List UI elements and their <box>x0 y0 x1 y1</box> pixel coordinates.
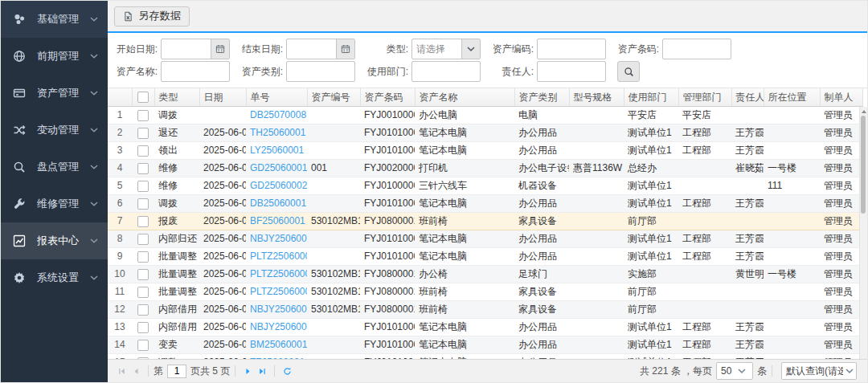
page-size-select[interactable]: 50 <box>716 362 753 380</box>
asset-name-input[interactable] <box>162 62 229 81</box>
row-checkbox[interactable] <box>137 269 149 280</box>
row-checkbox-cell <box>132 230 154 248</box>
column-header-12[interactable]: 所在位置 <box>764 88 820 107</box>
table-row[interactable]: 12内部借用2025-06-03NBJY25060002530102MB1...… <box>108 301 862 319</box>
column-header-7[interactable]: 资产类别 <box>514 88 569 107</box>
order-number-link[interactable]: PLTZ25060001 <box>250 268 307 279</box>
order-number-link[interactable]: BF25060001 <box>250 215 305 226</box>
table-row[interactable]: 14变卖2025-06-03BM25060001FYJ0101000...笔记本… <box>108 336 862 354</box>
query-preset-select[interactable]: 默认查询(请选 <box>781 362 857 380</box>
calendar-icon[interactable] <box>211 39 229 59</box>
prev-page-button[interactable] <box>129 364 143 378</box>
row-checkbox[interactable] <box>137 340 149 351</box>
row-checkbox[interactable] <box>137 357 149 359</box>
sidebar-item-system-settings[interactable]: 系统设置 <box>1 259 108 296</box>
table-row[interactable]: 8内部归还2025-06-03NBJY25060001FYJ0101000...… <box>108 230 862 248</box>
row-checkbox[interactable] <box>137 110 149 121</box>
table-row[interactable]: 15调整2025-06-03TZ25060001FYJ0101000...笔记本… <box>108 354 862 360</box>
table-row[interactable]: 4维修2025-06-03GD25060001001FYJ002000001打印… <box>108 160 862 177</box>
chevron-down-icon[interactable] <box>461 39 480 59</box>
order-number-link[interactable]: TH25060001 <box>250 127 305 138</box>
cell-date: 2025-06-03 <box>199 124 246 142</box>
sidebar-item-asset-mgmt[interactable]: 资产管理 <box>1 75 108 112</box>
column-header-6[interactable]: 资产名称 <box>415 88 514 107</box>
column-header-9[interactable]: 使用部门 <box>624 88 678 107</box>
calendar-icon[interactable] <box>336 39 354 59</box>
table-row[interactable]: 7报废2025-06-03BF25060001530102MB1...FYJ08… <box>108 213 862 230</box>
cell-asset_no: 530102MB1... <box>307 301 360 319</box>
filter-field-asset-category: 资产类别: <box>236 61 355 82</box>
order-number-link[interactable]: BM25060001 <box>250 339 307 350</box>
column-header-1[interactable]: 类型 <box>154 88 199 107</box>
first-page-button[interactable] <box>114 364 129 378</box>
cell-owner: 王芳霞 <box>731 195 764 213</box>
row-checkbox[interactable] <box>137 216 149 227</box>
use-dept-input[interactable] <box>412 62 480 81</box>
order-number-link[interactable]: NBJY25060001 <box>250 233 307 244</box>
order-number-link[interactable]: NBJY25060001 <box>250 321 307 332</box>
cell-asset_no <box>307 354 360 360</box>
column-header-10[interactable]: 管理部门 <box>678 88 731 107</box>
column-header-2[interactable]: 日期 <box>199 88 246 107</box>
order-number-link[interactable]: PLTZ25060001 <box>250 251 307 262</box>
row-checkbox[interactable] <box>137 234 149 245</box>
cell-location <box>764 142 820 160</box>
order-number-link[interactable]: DB25070008 <box>250 109 306 120</box>
save-as-data-button[interactable]: 另存数据 <box>114 6 190 26</box>
row-checkbox[interactable] <box>137 251 149 263</box>
row-checkbox[interactable] <box>137 181 149 192</box>
vertical-scrollbar[interactable] <box>859 107 867 359</box>
column-header-4[interactable]: 资产编号 <box>307 88 360 107</box>
start-date-input[interactable] <box>162 39 211 59</box>
filter-label: 使用部门: <box>362 65 408 79</box>
column-header-5[interactable]: 资产条码 <box>360 88 415 107</box>
table-row[interactable]: 9批量调整2025-06-03PLTZ25060001FYJ0101000...… <box>108 248 862 266</box>
row-checkbox[interactable] <box>137 145 149 157</box>
sidebar-item-report-center[interactable]: 报表中心 <box>1 222 108 259</box>
sidebar-item-base-mgmt[interactable]: 基础管理 <box>1 1 108 38</box>
asset-category-input[interactable] <box>287 62 354 81</box>
order-number-link[interactable]: PLTZ25060001 <box>250 286 307 297</box>
next-page-button[interactable] <box>240 364 255 378</box>
column-header-3[interactable]: 单号 <box>246 88 307 107</box>
table-row[interactable]: 10批量调整2025-06-03PLTZ25060001530102MB1...… <box>108 266 862 283</box>
row-checkbox[interactable] <box>137 322 149 333</box>
end-date-input[interactable] <box>287 39 336 59</box>
table-row[interactable]: 1调拨DB25070008FYJ001000012办公电脑电脑平安店平安店管理员 <box>108 107 862 124</box>
table-row[interactable]: 6调拨2025-06-03DB25060001FYJ0101000...笔记本电… <box>108 195 862 213</box>
sidebar-item-change-mgmt[interactable]: 变动管理 <box>1 112 108 149</box>
owner-input[interactable] <box>538 62 605 81</box>
table-row[interactable]: 11批量调整2025-06-03PLTZ25060001530102MB1...… <box>108 283 862 301</box>
row-checkbox[interactable] <box>137 198 149 210</box>
order-number-link[interactable]: LY25060001 <box>250 145 304 156</box>
order-number-link[interactable]: NBJY25060002 <box>250 304 307 315</box>
row-checkbox[interactable] <box>137 128 149 139</box>
scroll-up-arrow-icon[interactable] <box>861 108 866 114</box>
sidebar-item-repair-mgmt[interactable]: 维修管理 <box>1 185 108 222</box>
row-checkbox[interactable] <box>137 163 149 174</box>
sidebar-item-inventory-mgmt[interactable]: 盘点管理 <box>1 149 108 185</box>
sidebar-item-pre-mgmt[interactable]: 前期管理 <box>1 38 108 75</box>
column-header-13[interactable]: 制单人 <box>820 88 862 107</box>
last-page-button[interactable] <box>255 364 269 378</box>
table-row[interactable]: 3领出2025-06-03LY25060001FYJ0101000...笔记本电… <box>108 142 862 160</box>
scrollbar-thumb[interactable] <box>861 116 866 214</box>
order-number-link[interactable]: GD25060001 <box>250 162 307 173</box>
table-row[interactable]: 5维修2025-06-03GD25060002FYJ01000001三针六线车机… <box>108 177 862 195</box>
row-checkbox[interactable] <box>137 287 149 298</box>
order-number-link[interactable]: DB25060001 <box>250 198 306 209</box>
refresh-button[interactable] <box>280 364 294 378</box>
order-number-link[interactable]: TZ25060001 <box>250 357 305 359</box>
order-number-link[interactable]: GD25060002 <box>250 180 307 191</box>
asset-barcode-input[interactable] <box>663 39 731 59</box>
column-header-11[interactable]: 责任人 <box>731 88 764 107</box>
table-row[interactable]: 2退还2025-06-03TH25060001FYJ0101000...笔记本电… <box>108 124 862 142</box>
table-row[interactable]: 13内部借用2025-06-03NBJY25060001FYJ0101000..… <box>108 319 862 336</box>
type-select[interactable]: 请选择 <box>411 39 481 59</box>
search-button[interactable] <box>617 61 640 82</box>
select-all-checkbox[interactable] <box>137 92 149 103</box>
asset-code-input[interactable] <box>538 39 605 59</box>
page-number-input[interactable] <box>167 365 186 378</box>
column-header-8[interactable]: 型号规格 <box>569 88 624 107</box>
row-checkbox[interactable] <box>137 304 149 316</box>
